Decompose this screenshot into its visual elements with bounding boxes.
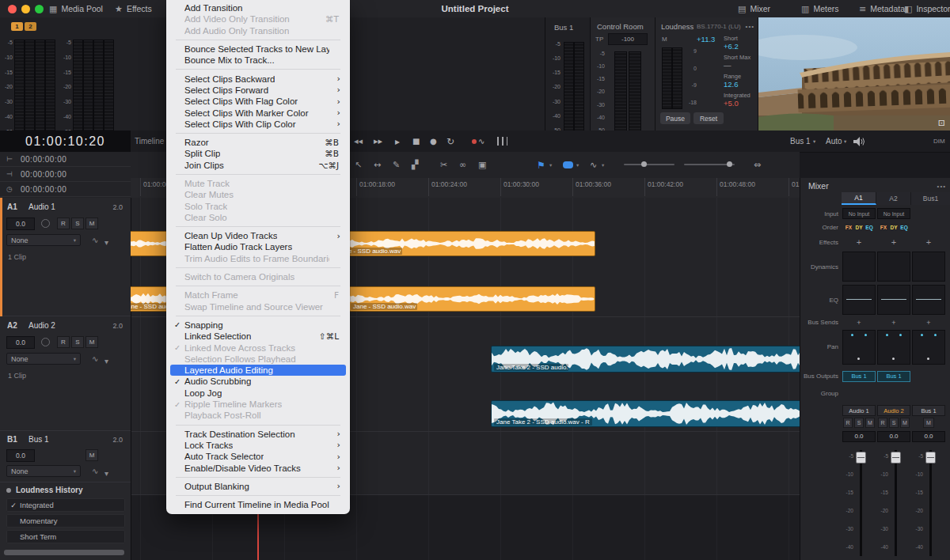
solo-button[interactable]: S: [71, 218, 84, 229]
menu-item[interactable]: Select Clips With Clip Color ›: [170, 119, 346, 130]
menu-item[interactable]: [176, 40, 340, 40]
fast-forward-icon[interactable]: ▸▸: [374, 131, 382, 152]
minimize-window-icon[interactable]: [21, 5, 30, 13]
order-chips[interactable]: FXDYEQ: [844, 223, 874, 231]
mixer-options-icon[interactable]: •••: [937, 183, 946, 190]
speaker-icon[interactable]: [853, 137, 865, 146]
channel-tab-1[interactable]: 1: [11, 22, 23, 31]
audio-clip[interactable]: Jane - SSD audio.wav - R: [348, 286, 595, 312]
menu-item[interactable]: Loop Jog: [170, 388, 346, 399]
bus-output-selector[interactable]: Bus 1: [877, 371, 910, 382]
menu-item[interactable]: Enable/Disable Video Tracks ›: [170, 462, 346, 473]
mute-button[interactable]: M: [923, 418, 934, 428]
mute-button[interactable]: M: [865, 418, 875, 428]
menu-item[interactable]: [176, 425, 340, 426]
fader-handle[interactable]: [891, 452, 901, 464]
menu-item[interactable]: [176, 495, 340, 496]
menu-item[interactable]: Track Destination Selection ›: [170, 429, 346, 440]
chevron-down-icon[interactable]: ▾: [104, 238, 108, 247]
menu-item[interactable]: Bounce Mix to Track...: [170, 55, 346, 66]
out-point-row[interactable]: ⊣ 00:00:00:00: [0, 167, 131, 182]
mixer-toggle-button[interactable]: ▤ Mixer: [738, 0, 770, 17]
menu-item[interactable]: Select Clips Forward ›: [170, 85, 346, 96]
link-icon[interactable]: ∞: [459, 152, 466, 178]
solo-button[interactable]: S: [889, 418, 899, 428]
metadata-toggle-button[interactable]: ≡ Metadata: [859, 0, 905, 17]
track-header-b1[interactable]: B1 Bus 1 2.0 0.0 M None ▾ ∿ ▾: [0, 431, 131, 482]
track-header-a2[interactable]: A2 Audio 2 2.0 0.0 R S M None ▾ ∿ ▾ 1 Cl…: [0, 316, 131, 431]
loudness-history-option[interactable]: ✓ Integrated: [6, 498, 125, 512]
menu-item[interactable]: ✓ Audio Scrubbing: [170, 376, 346, 387]
eq-cell[interactable]: [877, 285, 910, 315]
automation-curve-icon[interactable]: ∿: [92, 354, 98, 363]
mixer-tab-bus1[interactable]: Bus1: [911, 192, 950, 205]
channel-fader[interactable]: -5-10-15-20-30-40: [911, 447, 944, 559]
menu-item[interactable]: ✓ Ripple Timeline Markers: [170, 399, 346, 410]
record-arm-icon[interactable]: [41, 338, 50, 346]
menu-item[interactable]: ✓ Linked Move Across Tracks: [170, 342, 346, 353]
record-button[interactable]: R: [843, 418, 853, 428]
zoom-slider-horizontal[interactable]: [624, 164, 674, 165]
fullscreen-icon[interactable]: ⊡: [938, 118, 945, 128]
menu-item[interactable]: [176, 477, 340, 478]
menu-item[interactable]: Split Clip ⌘B: [170, 148, 346, 159]
audio-clip[interactable]: Jane Take 2 - SSD audio.wav - R: [491, 400, 800, 427]
menu-item[interactable]: Playback Post-Roll: [170, 410, 346, 421]
reset-button[interactable]: Reset: [694, 112, 724, 124]
add-bus-send-button[interactable]: +: [891, 319, 895, 327]
fader-value[interactable]: 0.0: [877, 431, 910, 442]
add-effect-button[interactable]: +: [891, 237, 896, 247]
duration-row[interactable]: ◷ 00:00:00:00: [0, 182, 131, 197]
menu-item[interactable]: Mute Track: [170, 178, 346, 189]
chevron-down-icon[interactable]: ▾: [104, 469, 108, 478]
menu-item[interactable]: Razor ⌘B: [170, 137, 346, 148]
dynamics-cell[interactable]: [877, 252, 910, 282]
input-selector[interactable]: No Input: [877, 208, 910, 219]
channel-tab-2[interactable]: 2: [25, 22, 36, 31]
record-arm-icon[interactable]: [41, 219, 50, 228]
loudness-history-option[interactable]: Momentary: [6, 514, 125, 528]
automation-icon[interactable]: ∿: [472, 131, 484, 152]
menu-item[interactable]: Add Video Only Transition ⌘T: [170, 13, 346, 25]
waveform-icon[interactable]: ∿: [590, 152, 597, 178]
track-gain[interactable]: 0.0: [6, 218, 35, 230]
menu-item[interactable]: Select Clips Backward ›: [170, 73, 346, 84]
menu-item[interactable]: Bounce Selected Tracks to New Layer: [170, 44, 346, 55]
marker-icon[interactable]: [563, 152, 573, 178]
pointer-tool-icon[interactable]: ↖: [355, 152, 362, 178]
menu-item[interactable]: Clear Mutes: [170, 189, 346, 200]
horizontal-scrollbar[interactable]: [4, 550, 124, 555]
menu-item[interactable]: Join Clips ⌥⌘J: [170, 160, 346, 171]
menu-item[interactable]: [176, 69, 340, 70]
menu-item[interactable]: Flatten Audio Track Layers: [170, 241, 346, 252]
menu-item[interactable]: Auto Track Selector ›: [170, 451, 346, 462]
menu-item[interactable]: Match Frame F: [170, 289, 346, 301]
menu-item[interactable]: Trim Audio Edits to Frame Boundaries: [170, 253, 346, 264]
mute-button[interactable]: M: [86, 218, 98, 229]
dynamics-cell[interactable]: [842, 252, 876, 282]
menu-item[interactable]: Add Transition: [170, 2, 346, 13]
automation-mode-dropdown[interactable]: None ▾: [6, 465, 81, 477]
solo-button[interactable]: S: [854, 418, 864, 428]
pan-cell[interactable]: [877, 330, 910, 365]
automation-mode-dropdown[interactable]: None ▾: [6, 353, 81, 365]
audio-clip[interactable]: Jane - SSD audio.wav - L: [332, 231, 595, 256]
menu-item[interactable]: Clear Solo: [170, 212, 346, 223]
strip-name[interactable]: Bus 1: [912, 405, 945, 416]
loudness-history-option[interactable]: Short Term: [6, 530, 125, 543]
pan-cell[interactable]: [912, 330, 945, 365]
zoom-slider-knob[interactable]: [641, 161, 647, 167]
fader-value[interactable]: 0.0: [842, 431, 876, 442]
zoom-slider-knob[interactable]: [727, 161, 732, 167]
menu-item[interactable]: [176, 267, 340, 268]
cut-icon[interactable]: ✂: [440, 152, 447, 178]
eq-cell[interactable]: [842, 285, 876, 315]
loudness-options-icon[interactable]: •••: [746, 23, 754, 30]
record-icon[interactable]: ●: [430, 131, 437, 152]
menu-item[interactable]: [176, 133, 340, 134]
mixer-tab-a1[interactable]: A1: [842, 192, 876, 205]
mute-button[interactable]: M: [86, 336, 98, 348]
dynamics-cell[interactable]: [912, 252, 945, 282]
menu-item[interactable]: Select Clips With Marker Color ›: [170, 107, 346, 118]
chevron-down-icon[interactable]: ▾: [104, 357, 108, 365]
